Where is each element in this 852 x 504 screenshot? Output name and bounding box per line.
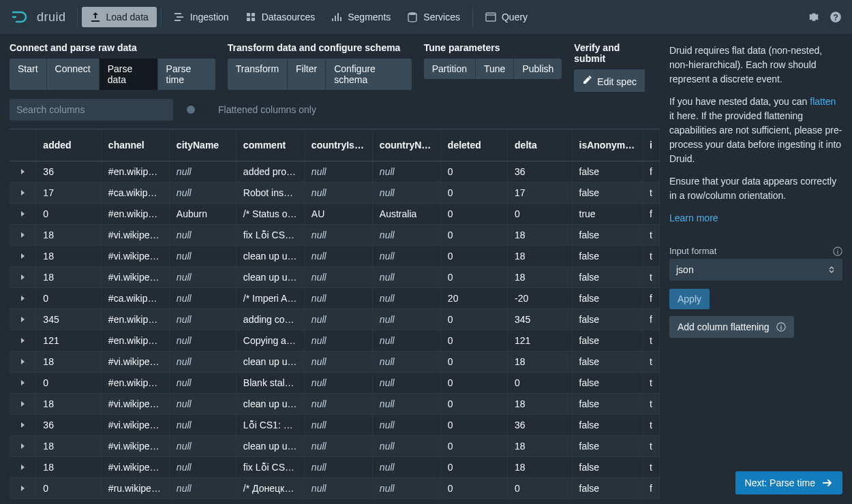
expand-row-button[interactable]: [10, 287, 36, 309]
stage-pill-start[interactable]: Start: [10, 59, 47, 90]
search-columns-input[interactable]: [10, 99, 173, 121]
nav-query[interactable]: Query: [477, 7, 536, 27]
nav-datasources[interactable]: Datasources: [237, 7, 324, 27]
nav-load-data[interactable]: Load data: [82, 7, 157, 27]
stage-pill-tune[interactable]: Tune: [476, 59, 514, 79]
more-icon[interactable]: •••: [299, 208, 304, 219]
column-header-deleted[interactable]: deleted: [440, 129, 507, 161]
cell-added: 18: [36, 456, 102, 477]
cell-countryIsoCode: null: [304, 393, 372, 414]
expand-row-button[interactable]: [10, 435, 36, 456]
cell-i: t: [643, 351, 660, 372]
flatten-link[interactable]: flatten: [810, 96, 836, 107]
add-column-flattening-label: Add column flattening: [678, 321, 770, 332]
expand-row-button[interactable]: [10, 309, 36, 330]
cell-channel: #vi.wikipedia: [101, 224, 169, 245]
expand-row-button[interactable]: [10, 161, 36, 182]
nav-ingestion-label: Ingestion: [190, 12, 229, 22]
chevron-right-icon: [19, 210, 26, 217]
help-button[interactable]: ?: [825, 6, 847, 28]
nav-segments[interactable]: Segments: [323, 7, 399, 27]
column-header-channel[interactable]: channel: [101, 129, 169, 161]
column-header-added[interactable]: added: [36, 129, 102, 161]
stage-pill-publish[interactable]: Publish: [514, 59, 562, 79]
cell-added: 36: [36, 161, 102, 182]
expand-row-button[interactable]: [10, 372, 36, 393]
nav-services-label: Services: [423, 12, 460, 22]
cell-delta: 17: [508, 182, 572, 203]
cell-countryName: null: [372, 414, 440, 435]
cell-comment: added project: [236, 161, 304, 182]
svg-text:i: i: [780, 324, 781, 331]
stage-pill-transform[interactable]: Transform: [228, 59, 288, 90]
cell-deleted: 0: [440, 477, 507, 499]
cell-added: 17: [36, 182, 102, 203]
cell-channel: #en.wikipedia: [101, 330, 169, 351]
expand-row-button[interactable]: [10, 456, 36, 477]
stage-pill-configure-schema[interactable]: Configure schema: [326, 59, 411, 90]
expand-row-button[interactable]: [10, 266, 36, 287]
column-header-comment[interactable]: comment: [236, 129, 304, 161]
learn-more-link[interactable]: Learn more: [669, 212, 718, 223]
apply-button[interactable]: Apply: [669, 289, 710, 309]
brand[interactable]: druid: [5, 10, 73, 25]
nav-divider: [77, 7, 78, 27]
cell-cityName: null: [169, 414, 236, 435]
expand-row-button[interactable]: [10, 245, 36, 266]
chevron-right-icon: [19, 464, 26, 471]
table-row: 18#vi.wikipedianullclean up usin…nullnul…: [10, 245, 660, 266]
stage-pill-parse-time[interactable]: Parse time: [158, 59, 215, 90]
expand-row-button[interactable]: [10, 224, 36, 245]
cell-i: t: [643, 456, 660, 477]
cell-comment: /* Imperi Aust…: [236, 287, 304, 309]
stage-pill-parse-data[interactable]: Parse data: [100, 59, 158, 90]
column-header-countryName[interactable]: countryName: [372, 129, 440, 161]
column-header-isAnonymous[interactable]: isAnonymous: [572, 129, 643, 161]
cell-delta: 18: [508, 393, 572, 414]
gear-icon: [808, 11, 820, 23]
cell-delta: 0: [508, 372, 572, 393]
cell-deleted: 0: [440, 330, 507, 351]
cell-delta: 18: [508, 245, 572, 266]
nav-divider: [472, 7, 473, 27]
expand-row-button[interactable]: [10, 351, 36, 372]
cell-isAnonymous: false: [572, 351, 643, 372]
more-icon[interactable]: •••: [301, 187, 305, 198]
chevron-right-icon: [19, 295, 26, 302]
column-header-i[interactable]: i: [643, 129, 660, 161]
flattened-columns-toggle[interactable]: [185, 104, 206, 115]
column-header-delta[interactable]: delta: [508, 129, 572, 161]
cell-deleted: 0: [440, 456, 507, 477]
cell-channel: #vi.wikipedia: [101, 435, 169, 456]
stage-pill-partition[interactable]: Partition: [424, 59, 476, 79]
pencil-icon: [582, 74, 593, 85]
next-button[interactable]: Next: Parse time: [735, 471, 842, 494]
input-format-select[interactable]: json: [669, 259, 842, 281]
stage-pill-filter[interactable]: Filter: [288, 59, 326, 90]
settings-button[interactable]: [803, 6, 825, 28]
next-button-label: Next: Parse time: [745, 477, 815, 488]
nav-services[interactable]: Services: [399, 7, 468, 27]
add-column-flattening-button[interactable]: Add column flattening i: [669, 316, 794, 338]
column-header-countryIsoCode[interactable]: countryIsoCode: [304, 129, 372, 161]
expand-row-button[interactable]: [10, 330, 36, 351]
expand-row-button[interactable]: [10, 393, 36, 414]
stage-pill-connect[interactable]: Connect: [47, 59, 100, 90]
cell-countryName: null: [372, 245, 440, 266]
nav-ingestion[interactable]: Ingestion: [166, 7, 237, 27]
cell-comment: clean up usin…: [236, 393, 304, 414]
stage-pill-edit-spec[interactable]: Edit spec: [574, 69, 645, 92]
expand-row-button[interactable]: [10, 182, 36, 203]
column-header-cityName[interactable]: cityName: [169, 129, 236, 161]
table-row: 36#en.wikipedianulladded projectnullnull…: [10, 161, 660, 182]
cell-isAnonymous: false: [572, 330, 643, 351]
expand-row-button[interactable]: [10, 414, 36, 435]
expand-row-button[interactable]: [10, 477, 36, 499]
cell-countryName: null: [372, 224, 440, 245]
info-icon[interactable]: i: [833, 247, 842, 256]
cell-countryIsoCode: null: [304, 287, 372, 309]
expand-row-button[interactable]: [10, 203, 36, 224]
cell-channel: #en.wikipedia: [101, 161, 169, 182]
chevron-right-icon: [19, 485, 26, 492]
cell-delta: 18: [508, 266, 572, 287]
